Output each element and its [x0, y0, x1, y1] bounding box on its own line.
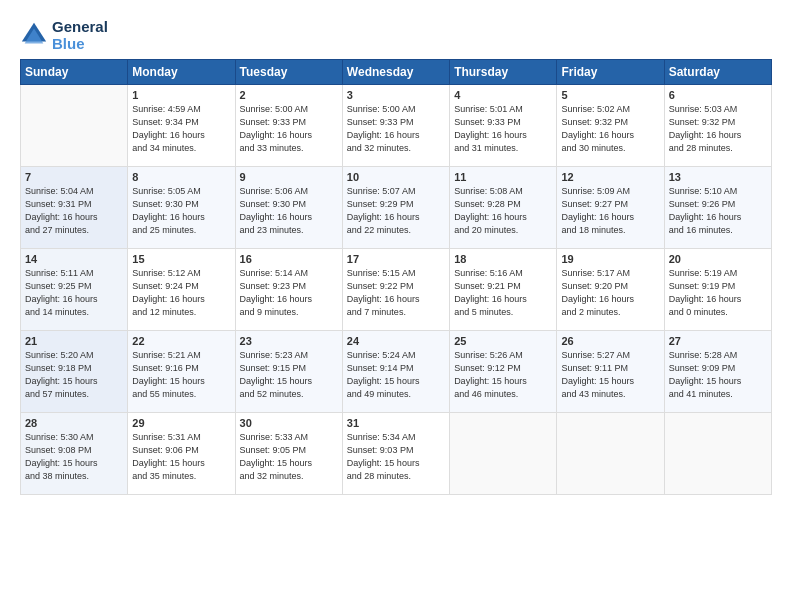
day-number: 18: [454, 253, 552, 265]
day-number: 29: [132, 417, 230, 429]
day-cell: 17Sunrise: 5:15 AM Sunset: 9:22 PM Dayli…: [342, 248, 449, 330]
day-cell: 7Sunrise: 5:04 AM Sunset: 9:31 PM Daylig…: [21, 166, 128, 248]
day-cell: [450, 412, 557, 494]
calendar-header: SundayMondayTuesdayWednesdayThursdayFrid…: [21, 59, 772, 84]
day-number: 2: [240, 89, 338, 101]
day-info: Sunrise: 5:11 AM Sunset: 9:25 PM Dayligh…: [25, 267, 123, 319]
logo: General Blue: [20, 18, 108, 53]
day-number: 20: [669, 253, 767, 265]
day-cell: 11Sunrise: 5:08 AM Sunset: 9:28 PM Dayli…: [450, 166, 557, 248]
week-row-1: 7Sunrise: 5:04 AM Sunset: 9:31 PM Daylig…: [21, 166, 772, 248]
day-info: Sunrise: 4:59 AM Sunset: 9:34 PM Dayligh…: [132, 103, 230, 155]
header-row: SundayMondayTuesdayWednesdayThursdayFrid…: [21, 59, 772, 84]
page-container: General Blue SundayMondayTuesdayWednesda…: [0, 0, 792, 505]
day-cell: 20Sunrise: 5:19 AM Sunset: 9:19 PM Dayli…: [664, 248, 771, 330]
day-info: Sunrise: 5:01 AM Sunset: 9:33 PM Dayligh…: [454, 103, 552, 155]
header-cell-wednesday: Wednesday: [342, 59, 449, 84]
day-number: 5: [561, 89, 659, 101]
header-cell-friday: Friday: [557, 59, 664, 84]
day-cell: 4Sunrise: 5:01 AM Sunset: 9:33 PM Daylig…: [450, 84, 557, 166]
day-cell: 5Sunrise: 5:02 AM Sunset: 9:32 PM Daylig…: [557, 84, 664, 166]
day-number: 3: [347, 89, 445, 101]
day-number: 17: [347, 253, 445, 265]
day-info: Sunrise: 5:33 AM Sunset: 9:05 PM Dayligh…: [240, 431, 338, 483]
day-number: 9: [240, 171, 338, 183]
day-number: 24: [347, 335, 445, 347]
day-info: Sunrise: 5:00 AM Sunset: 9:33 PM Dayligh…: [240, 103, 338, 155]
day-cell: 10Sunrise: 5:07 AM Sunset: 9:29 PM Dayli…: [342, 166, 449, 248]
day-cell: 23Sunrise: 5:23 AM Sunset: 9:15 PM Dayli…: [235, 330, 342, 412]
day-cell: 6Sunrise: 5:03 AM Sunset: 9:32 PM Daylig…: [664, 84, 771, 166]
day-info: Sunrise: 5:21 AM Sunset: 9:16 PM Dayligh…: [132, 349, 230, 401]
day-cell: 12Sunrise: 5:09 AM Sunset: 9:27 PM Dayli…: [557, 166, 664, 248]
day-number: 14: [25, 253, 123, 265]
day-info: Sunrise: 5:31 AM Sunset: 9:06 PM Dayligh…: [132, 431, 230, 483]
day-info: Sunrise: 5:20 AM Sunset: 9:18 PM Dayligh…: [25, 349, 123, 401]
day-info: Sunrise: 5:30 AM Sunset: 9:08 PM Dayligh…: [25, 431, 123, 483]
calendar-table: SundayMondayTuesdayWednesdayThursdayFrid…: [20, 59, 772, 495]
day-info: Sunrise: 5:12 AM Sunset: 9:24 PM Dayligh…: [132, 267, 230, 319]
day-cell: [21, 84, 128, 166]
day-number: 31: [347, 417, 445, 429]
day-cell: [557, 412, 664, 494]
day-info: Sunrise: 5:04 AM Sunset: 9:31 PM Dayligh…: [25, 185, 123, 237]
day-number: 12: [561, 171, 659, 183]
day-cell: 24Sunrise: 5:24 AM Sunset: 9:14 PM Dayli…: [342, 330, 449, 412]
day-info: Sunrise: 5:16 AM Sunset: 9:21 PM Dayligh…: [454, 267, 552, 319]
header-cell-tuesday: Tuesday: [235, 59, 342, 84]
day-cell: 3Sunrise: 5:00 AM Sunset: 9:33 PM Daylig…: [342, 84, 449, 166]
day-info: Sunrise: 5:05 AM Sunset: 9:30 PM Dayligh…: [132, 185, 230, 237]
day-cell: [664, 412, 771, 494]
day-info: Sunrise: 5:19 AM Sunset: 9:19 PM Dayligh…: [669, 267, 767, 319]
day-cell: 27Sunrise: 5:28 AM Sunset: 9:09 PM Dayli…: [664, 330, 771, 412]
week-row-0: 1Sunrise: 4:59 AM Sunset: 9:34 PM Daylig…: [21, 84, 772, 166]
day-info: Sunrise: 5:14 AM Sunset: 9:23 PM Dayligh…: [240, 267, 338, 319]
day-cell: 28Sunrise: 5:30 AM Sunset: 9:08 PM Dayli…: [21, 412, 128, 494]
day-info: Sunrise: 5:02 AM Sunset: 9:32 PM Dayligh…: [561, 103, 659, 155]
day-cell: 13Sunrise: 5:10 AM Sunset: 9:26 PM Dayli…: [664, 166, 771, 248]
day-number: 28: [25, 417, 123, 429]
day-number: 6: [669, 89, 767, 101]
week-row-4: 28Sunrise: 5:30 AM Sunset: 9:08 PM Dayli…: [21, 412, 772, 494]
day-cell: 29Sunrise: 5:31 AM Sunset: 9:06 PM Dayli…: [128, 412, 235, 494]
header-cell-thursday: Thursday: [450, 59, 557, 84]
day-cell: 18Sunrise: 5:16 AM Sunset: 9:21 PM Dayli…: [450, 248, 557, 330]
week-row-3: 21Sunrise: 5:20 AM Sunset: 9:18 PM Dayli…: [21, 330, 772, 412]
day-info: Sunrise: 5:08 AM Sunset: 9:28 PM Dayligh…: [454, 185, 552, 237]
day-number: 25: [454, 335, 552, 347]
day-cell: 2Sunrise: 5:00 AM Sunset: 9:33 PM Daylig…: [235, 84, 342, 166]
day-info: Sunrise: 5:28 AM Sunset: 9:09 PM Dayligh…: [669, 349, 767, 401]
day-info: Sunrise: 5:34 AM Sunset: 9:03 PM Dayligh…: [347, 431, 445, 483]
day-info: Sunrise: 5:00 AM Sunset: 9:33 PM Dayligh…: [347, 103, 445, 155]
calendar-body: 1Sunrise: 4:59 AM Sunset: 9:34 PM Daylig…: [21, 84, 772, 494]
day-number: 27: [669, 335, 767, 347]
day-info: Sunrise: 5:09 AM Sunset: 9:27 PM Dayligh…: [561, 185, 659, 237]
header: General Blue: [20, 18, 772, 53]
day-cell: 14Sunrise: 5:11 AM Sunset: 9:25 PM Dayli…: [21, 248, 128, 330]
day-cell: 22Sunrise: 5:21 AM Sunset: 9:16 PM Dayli…: [128, 330, 235, 412]
day-info: Sunrise: 5:24 AM Sunset: 9:14 PM Dayligh…: [347, 349, 445, 401]
day-cell: 31Sunrise: 5:34 AM Sunset: 9:03 PM Dayli…: [342, 412, 449, 494]
day-cell: 25Sunrise: 5:26 AM Sunset: 9:12 PM Dayli…: [450, 330, 557, 412]
day-cell: 26Sunrise: 5:27 AM Sunset: 9:11 PM Dayli…: [557, 330, 664, 412]
day-number: 23: [240, 335, 338, 347]
day-number: 4: [454, 89, 552, 101]
day-info: Sunrise: 5:23 AM Sunset: 9:15 PM Dayligh…: [240, 349, 338, 401]
week-row-2: 14Sunrise: 5:11 AM Sunset: 9:25 PM Dayli…: [21, 248, 772, 330]
day-number: 7: [25, 171, 123, 183]
day-number: 19: [561, 253, 659, 265]
day-info: Sunrise: 5:17 AM Sunset: 9:20 PM Dayligh…: [561, 267, 659, 319]
day-cell: 30Sunrise: 5:33 AM Sunset: 9:05 PM Dayli…: [235, 412, 342, 494]
day-number: 10: [347, 171, 445, 183]
day-cell: 8Sunrise: 5:05 AM Sunset: 9:30 PM Daylig…: [128, 166, 235, 248]
day-number: 13: [669, 171, 767, 183]
day-info: Sunrise: 5:06 AM Sunset: 9:30 PM Dayligh…: [240, 185, 338, 237]
day-number: 16: [240, 253, 338, 265]
logo-icon: [20, 21, 48, 49]
header-cell-saturday: Saturday: [664, 59, 771, 84]
logo-text: General Blue: [52, 18, 108, 53]
day-cell: 1Sunrise: 4:59 AM Sunset: 9:34 PM Daylig…: [128, 84, 235, 166]
day-cell: 9Sunrise: 5:06 AM Sunset: 9:30 PM Daylig…: [235, 166, 342, 248]
day-number: 21: [25, 335, 123, 347]
day-number: 11: [454, 171, 552, 183]
